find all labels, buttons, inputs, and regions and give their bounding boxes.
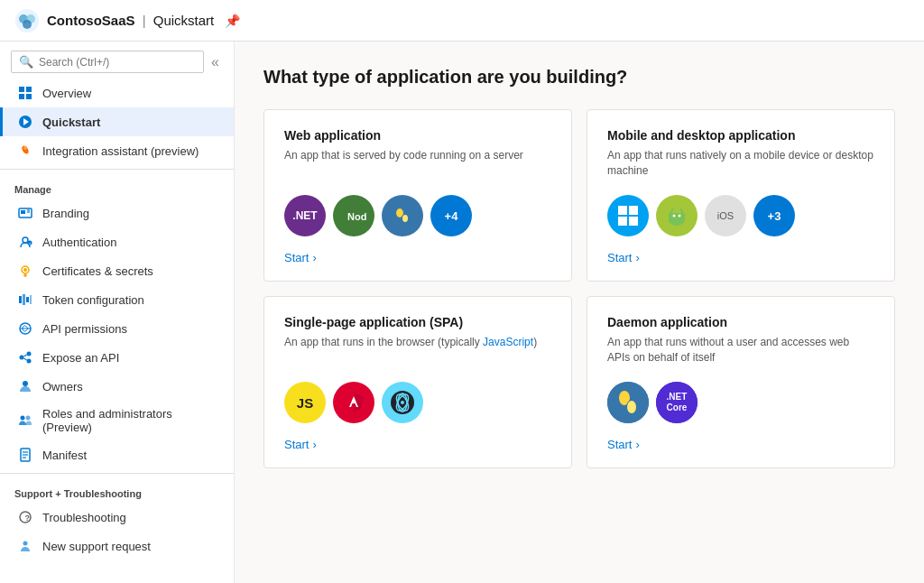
card-description: An app that runs without a user and acce… bbox=[607, 335, 874, 366]
sidebar-item-label: Branding bbox=[42, 207, 89, 220]
mobile-start-link[interactable]: Start › bbox=[607, 251, 874, 264]
nodejs-icon: Node bbox=[333, 195, 374, 236]
svg-line-31 bbox=[24, 355, 27, 356]
svg-point-33 bbox=[23, 381, 28, 386]
svg-line-32 bbox=[24, 358, 27, 360]
search-box[interactable]: 🔍 bbox=[11, 51, 204, 73]
support-icon bbox=[17, 538, 33, 554]
pin-icon[interactable]: 📌 bbox=[225, 14, 240, 28]
sidebar-item-label: Manifest bbox=[42, 449, 87, 462]
search-input[interactable] bbox=[39, 56, 196, 69]
auth-icon bbox=[17, 234, 33, 250]
svg-rect-55 bbox=[669, 213, 685, 222]
svg-rect-7 bbox=[26, 94, 32, 99]
card-icons: .NET Node +4 bbox=[284, 195, 551, 236]
card-description: An app that runs in the browser (typical… bbox=[284, 335, 551, 366]
spa-app-card[interactable]: Single-page application (SPA) An app tha… bbox=[263, 296, 572, 468]
svg-point-29 bbox=[27, 352, 32, 356]
svg-rect-63 bbox=[353, 400, 356, 403]
sidebar-item-roles[interactable]: Roles and administrators (Preview) bbox=[0, 401, 234, 440]
svg-point-57 bbox=[679, 215, 681, 217]
sidebar-item-token[interactable]: Token configuration bbox=[0, 285, 234, 314]
web-start-link[interactable]: Start › bbox=[284, 251, 551, 264]
sidebar-item-integration[interactable]: Integration assistant (preview) bbox=[0, 136, 234, 165]
manifest-icon bbox=[17, 447, 33, 463]
card-title: Mobile and desktop application bbox=[607, 128, 874, 143]
owners-icon bbox=[17, 378, 33, 394]
svg-rect-25 bbox=[30, 295, 32, 304]
branding-icon bbox=[17, 205, 33, 221]
sidebar: 🔍 « Overview Quickstart Integration assi… bbox=[0, 42, 235, 583]
daemon-start-link[interactable]: Start › bbox=[607, 438, 874, 451]
card-title: Daemon application bbox=[607, 315, 874, 329]
svg-rect-51 bbox=[629, 206, 638, 215]
angular-icon bbox=[333, 382, 374, 423]
svg-rect-4 bbox=[19, 87, 24, 92]
svg-point-28 bbox=[20, 356, 24, 360]
token-icon bbox=[17, 292, 33, 308]
expose-icon bbox=[17, 349, 33, 366]
sidebar-item-expose-api[interactable]: Expose an API bbox=[0, 343, 234, 372]
cert-icon bbox=[17, 263, 33, 279]
arrow-icon: › bbox=[635, 438, 639, 451]
sidebar-item-branding[interactable]: Branding bbox=[0, 199, 234, 227]
sidebar-item-api-permissions[interactable]: API permissions bbox=[0, 314, 234, 343]
svg-rect-23 bbox=[23, 294, 25, 305]
svg-rect-5 bbox=[26, 87, 32, 92]
svg-text:Node: Node bbox=[347, 211, 366, 222]
sidebar-item-label: Owners bbox=[42, 380, 83, 393]
sidebar-item-overview[interactable]: Overview bbox=[0, 79, 234, 107]
mobile-app-card[interactable]: Mobile and desktop application An app th… bbox=[587, 109, 895, 282]
sidebar-item-quickstart[interactable]: Quickstart bbox=[0, 107, 234, 136]
python-icon bbox=[382, 195, 423, 236]
sidebar-collapse-button[interactable]: « bbox=[208, 52, 223, 72]
card-icons: iOS +3 bbox=[607, 195, 874, 236]
sidebar-item-label: Token configuration bbox=[42, 293, 144, 307]
sidebar-item-label: Overview bbox=[42, 87, 91, 100]
top-bar: ContosoSaaS | Quickstart 📌 bbox=[0, 0, 924, 42]
sidebar-item-label: Quickstart bbox=[42, 116, 100, 129]
sidebar-item-label: Authentication bbox=[42, 236, 116, 249]
svg-point-49 bbox=[402, 215, 408, 222]
sidebar-item-label: Integration assistant (preview) bbox=[42, 144, 199, 158]
web-app-card[interactable]: Web application An app that is served by… bbox=[263, 109, 572, 282]
svg-point-11 bbox=[23, 146, 27, 150]
roles-icon bbox=[17, 412, 33, 429]
sidebar-item-label: Expose an API bbox=[42, 351, 119, 365]
svg-rect-24 bbox=[26, 297, 29, 302]
sidebar-item-troubleshooting[interactable]: ? Troubleshooting bbox=[0, 503, 234, 532]
svg-point-68 bbox=[401, 401, 404, 404]
support-section-label: Support + Troubleshooting bbox=[0, 477, 234, 503]
page-title: What type of application are you buildin… bbox=[263, 67, 895, 88]
content-area: What type of application are you buildin… bbox=[235, 42, 924, 583]
sidebar-item-label: New support request bbox=[42, 540, 151, 553]
start-label: Start bbox=[607, 438, 632, 451]
sidebar-item-certificates[interactable]: Certificates & secrets bbox=[0, 256, 234, 285]
svg-point-30 bbox=[27, 359, 32, 364]
sidebar-search-row: 🔍 « bbox=[0, 42, 234, 79]
plus4-icon: +4 bbox=[430, 195, 472, 236]
android-icon bbox=[656, 195, 698, 236]
daemon-app-card[interactable]: Daemon application An app that runs with… bbox=[587, 296, 895, 468]
start-label: Start bbox=[284, 251, 309, 264]
dotnetcore-icon: .NETCore bbox=[656, 382, 698, 423]
svg-text:?: ? bbox=[25, 514, 31, 523]
app-name: ContosoSaaS bbox=[47, 13, 135, 28]
sidebar-item-manifest[interactable]: Manifest bbox=[0, 440, 234, 469]
svg-point-42 bbox=[23, 541, 28, 546]
trouble-icon: ? bbox=[17, 509, 33, 525]
spa-start-link[interactable]: Start › bbox=[284, 438, 551, 451]
python-daemon-icon bbox=[607, 382, 649, 423]
sidebar-item-label: API permissions bbox=[42, 322, 127, 336]
svg-point-16 bbox=[23, 237, 28, 243]
card-description: An app that runs natively on a mobile de… bbox=[607, 148, 874, 179]
svg-rect-53 bbox=[629, 217, 638, 226]
js-icon: JS bbox=[284, 382, 326, 423]
app-logo bbox=[14, 8, 40, 33]
arrow-icon: › bbox=[635, 251, 639, 264]
sidebar-item-new-support-request[interactable]: New support request bbox=[0, 532, 234, 560]
svg-point-56 bbox=[673, 215, 676, 217]
sidebar-item-authentication[interactable]: Authentication bbox=[0, 227, 234, 256]
dotnet-icon: .NET bbox=[284, 195, 326, 236]
sidebar-item-owners[interactable]: Owners bbox=[0, 372, 234, 401]
